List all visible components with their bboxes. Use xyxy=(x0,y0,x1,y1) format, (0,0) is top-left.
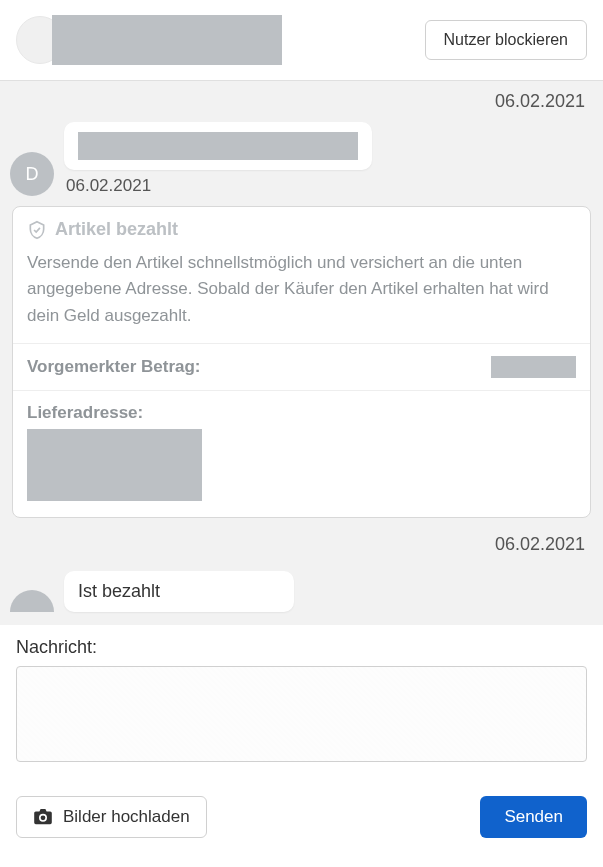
send-button[interactable]: Senden xyxy=(480,796,587,838)
message-timestamp: 06.02.2021 xyxy=(66,176,372,196)
user-name-redacted xyxy=(52,15,282,65)
compose-area: Nachricht: Bilder hochladen Senden xyxy=(0,625,603,854)
upload-images-button[interactable]: Bilder hochladen xyxy=(16,796,207,838)
message-bubble xyxy=(64,122,372,170)
delivery-address-redacted xyxy=(27,429,202,501)
message-avatar[interactable]: D xyxy=(10,152,54,196)
upload-button-label: Bilder hochladen xyxy=(63,807,190,827)
block-user-button[interactable]: Nutzer blockieren xyxy=(425,20,588,60)
date-separator: 06.02.2021 xyxy=(10,87,593,122)
shield-check-icon xyxy=(27,220,47,240)
header-user-area xyxy=(16,15,282,65)
message-input[interactable] xyxy=(16,666,587,762)
message-bubble: Ist bezahlt xyxy=(64,571,294,612)
payment-info-card: Artikel bezahlt Versende den Artikel sch… xyxy=(12,206,591,518)
message-text-redacted xyxy=(78,132,358,160)
card-instructions: Versende den Artikel schnellstmöglich un… xyxy=(13,246,590,344)
message-row: D 06.02.2021 xyxy=(10,122,593,196)
card-header: Artikel bezahlt xyxy=(13,207,590,246)
delivery-address-label: Lieferadresse: xyxy=(27,403,576,423)
card-title: Artikel bezahlt xyxy=(55,219,178,240)
reserved-amount-row: Vorgemerkter Betrag: xyxy=(13,344,590,391)
compose-label: Nachricht: xyxy=(16,637,587,658)
reserved-amount-label: Vorgemerkter Betrag: xyxy=(27,357,201,377)
reserved-amount-redacted xyxy=(491,356,576,378)
chat-scroll-area[interactable]: 06.02.2021 D 06.02.2021 Artikel bezahlt … xyxy=(0,80,603,625)
message-text: Ist bezahlt xyxy=(78,581,160,601)
conversation-header: Nutzer blockieren xyxy=(0,0,603,80)
compose-actions: Bilder hochladen Senden xyxy=(16,796,587,838)
camera-icon xyxy=(33,809,53,825)
message-avatar[interactable] xyxy=(10,590,54,612)
message-row: Ist bezahlt xyxy=(10,571,593,612)
delivery-address-row: Lieferadresse: xyxy=(13,391,590,517)
date-separator: 06.02.2021 xyxy=(10,528,593,567)
